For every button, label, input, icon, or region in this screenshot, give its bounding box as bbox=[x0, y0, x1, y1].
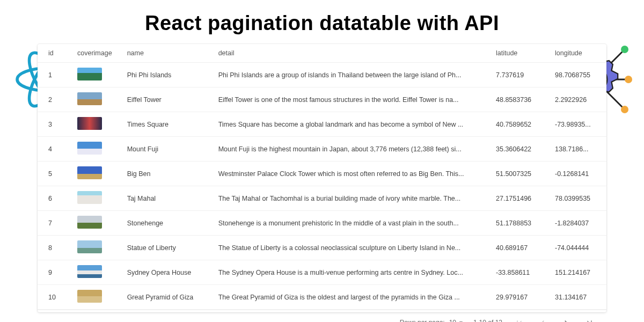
table-row[interactable]: 1Phi Phi IslandsPhi Phi Islands are a gr… bbox=[38, 63, 606, 87]
cell-longitude: 98.7068755 bbox=[547, 63, 606, 87]
cell-latitude: 48.8583736 bbox=[488, 87, 547, 112]
table-row[interactable]: 9Sydney Opera HouseThe Sydney Opera Hous… bbox=[38, 260, 606, 285]
rows-per-page: Rows per page: 10 ▼ bbox=[400, 319, 464, 322]
table-row[interactable]: 5Big BenWestminster Palace Clock Tower w… bbox=[38, 162, 606, 186]
cell-coverimage bbox=[70, 211, 120, 236]
chevron-down-icon: ▼ bbox=[458, 320, 464, 323]
rows-per-page-select[interactable]: 10 ▼ bbox=[449, 319, 464, 322]
prev-page-button[interactable] bbox=[536, 316, 550, 322]
table-row[interactable]: 10Great Pyramid of GizaThe Great Pyramid… bbox=[38, 285, 606, 310]
first-page-button[interactable] bbox=[512, 316, 526, 322]
next-page-button[interactable] bbox=[559, 316, 573, 322]
cell-latitude: 51.1788853 bbox=[488, 211, 547, 236]
cell-detail: Mount Fuji is the highest mountain in Ja… bbox=[211, 137, 488, 162]
column-header-longitude[interactable]: longitude bbox=[547, 44, 606, 63]
table-row[interactable]: 4Mount FujiMount Fuji is the highest mou… bbox=[38, 137, 606, 162]
cell-longitude: 138.7186... bbox=[547, 137, 606, 162]
column-header-latitude[interactable]: latitude bbox=[488, 44, 547, 63]
cell-name: Phi Phi Islands bbox=[120, 63, 211, 87]
cell-detail: Times Square has become a global landmar… bbox=[211, 112, 488, 137]
last-page-button[interactable] bbox=[583, 316, 597, 322]
cell-longitude: -0.1268141 bbox=[547, 162, 606, 186]
cover-thumbnail bbox=[77, 191, 102, 204]
cell-id: 2 bbox=[38, 87, 70, 112]
table-row[interactable]: 3Times SquareTimes Square has become a g… bbox=[38, 112, 606, 137]
first-page-icon bbox=[514, 318, 524, 322]
cell-coverimage bbox=[70, 137, 120, 162]
table-row[interactable]: 6Taj MahalThe Taj Mahal or Tachomhal is … bbox=[38, 186, 606, 211]
cover-thumbnail bbox=[77, 142, 102, 155]
cell-detail: Stonehenge is a monument prehistoric In … bbox=[211, 211, 488, 236]
cell-detail: Westminster Palace Clock Tower which is … bbox=[211, 162, 488, 186]
cell-id: 8 bbox=[38, 236, 70, 260]
cover-thumbnail bbox=[77, 117, 102, 130]
datatable-card: id coverimage name detail latitude longi… bbox=[38, 44, 606, 312]
pagination-footer: Rows per page: 10 ▼ 1-10 of 12 bbox=[38, 310, 606, 322]
cell-coverimage bbox=[70, 162, 120, 186]
cell-name: Taj Mahal bbox=[120, 186, 211, 211]
cell-name: Great Pyramid of Giza bbox=[120, 285, 211, 310]
cell-detail: Phi Phi Islands are a group of islands i… bbox=[211, 63, 488, 87]
cell-coverimage bbox=[70, 87, 120, 112]
cell-coverimage bbox=[70, 112, 120, 137]
cell-coverimage bbox=[70, 236, 120, 260]
table-row[interactable]: 8Statue of LibertyThe Statue of Liberty … bbox=[38, 236, 606, 260]
table-header-row: id coverimage name detail latitude longi… bbox=[38, 44, 606, 63]
cell-longitude: 2.2922926 bbox=[547, 87, 606, 112]
cell-id: 7 bbox=[38, 211, 70, 236]
last-page-icon bbox=[585, 318, 595, 322]
page-title: React pagination datatable with API bbox=[0, 12, 644, 35]
cell-detail: The Sydney Opera House is a multi-venue … bbox=[211, 260, 488, 285]
cell-latitude: 40.689167 bbox=[488, 236, 547, 260]
svg-point-11 bbox=[621, 46, 628, 53]
cell-latitude: -33.858611 bbox=[488, 260, 547, 285]
cover-thumbnail bbox=[77, 265, 102, 278]
cell-longitude: -74.044444 bbox=[547, 236, 606, 260]
cell-coverimage bbox=[70, 63, 120, 87]
cell-longitude: 151.214167 bbox=[547, 260, 606, 285]
cell-id: 1 bbox=[38, 63, 70, 87]
cell-name: Stonehenge bbox=[120, 211, 211, 236]
cell-coverimage bbox=[70, 186, 120, 211]
rows-per-page-value: 10 bbox=[449, 319, 456, 322]
cell-latitude: 7.737619 bbox=[488, 63, 547, 87]
table-row[interactable]: 7StonehengeStonehenge is a monument preh… bbox=[38, 211, 606, 236]
cell-latitude: 35.3606422 bbox=[488, 137, 547, 162]
cover-thumbnail bbox=[77, 68, 102, 80]
cell-latitude: 29.979167 bbox=[488, 285, 547, 310]
cell-coverimage bbox=[70, 260, 120, 285]
cell-id: 5 bbox=[38, 162, 70, 186]
cell-id: 9 bbox=[38, 260, 70, 285]
cell-name: Mount Fuji bbox=[120, 137, 211, 162]
cover-thumbnail bbox=[77, 290, 102, 303]
cell-name: Eiffel Tower bbox=[120, 87, 211, 112]
cover-thumbnail bbox=[77, 92, 102, 105]
table-row[interactable]: 2Eiffel TowerEiffel Tower is one of the … bbox=[38, 87, 606, 112]
cell-id: 3 bbox=[38, 112, 70, 137]
cell-id: 10 bbox=[38, 285, 70, 310]
pagination-range: 1-10 of 12 bbox=[473, 319, 502, 322]
cell-latitude: 51.5007325 bbox=[488, 162, 547, 186]
rows-per-page-label: Rows per page: bbox=[400, 319, 445, 322]
cell-latitude: 27.1751496 bbox=[488, 186, 547, 211]
cell-longitude: 78.0399535 bbox=[547, 186, 606, 211]
cell-id: 6 bbox=[38, 186, 70, 211]
cell-longitude: -1.8284037 bbox=[547, 211, 606, 236]
svg-point-15 bbox=[625, 76, 632, 83]
svg-point-13 bbox=[621, 106, 628, 113]
chevron-right-icon bbox=[561, 318, 571, 322]
cover-thumbnail bbox=[77, 166, 102, 179]
cell-id: 4 bbox=[38, 137, 70, 162]
chevron-left-icon bbox=[538, 318, 547, 322]
cell-name: Statue of Liberty bbox=[120, 236, 211, 260]
cell-detail: The Taj Mahal or Tachomhal is a burial b… bbox=[211, 186, 488, 211]
column-header-detail[interactable]: detail bbox=[211, 44, 488, 63]
cell-longitude: -73.98935... bbox=[547, 112, 606, 137]
cell-latitude: 40.7589652 bbox=[488, 112, 547, 137]
column-header-id[interactable]: id bbox=[38, 44, 70, 63]
column-header-name[interactable]: name bbox=[120, 44, 211, 63]
cell-detail: The Great Pyramid of Giza is the oldest … bbox=[211, 285, 488, 310]
cell-coverimage bbox=[70, 285, 120, 310]
column-header-coverimage[interactable]: coverimage bbox=[70, 44, 120, 63]
cover-thumbnail bbox=[77, 216, 102, 229]
